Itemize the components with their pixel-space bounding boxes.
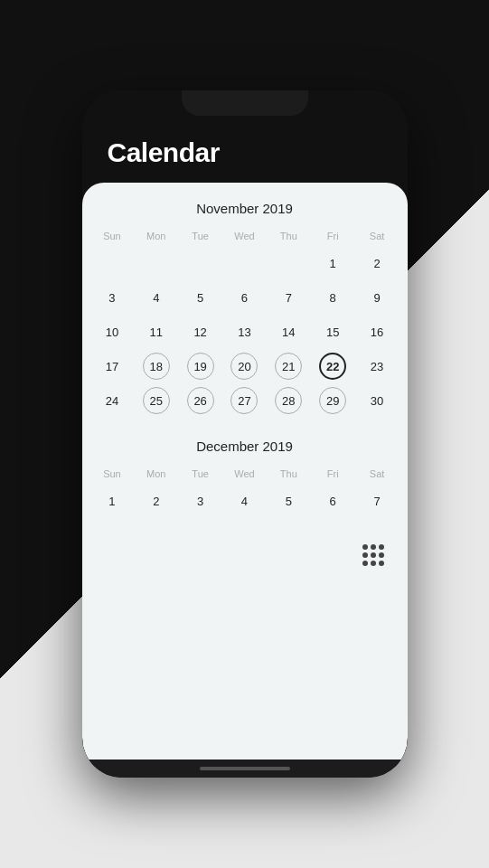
day-cell-14[interactable]: 14 (268, 316, 310, 348)
day-cell-9[interactable]: 9 (356, 281, 399, 314)
dec-day-header-mon: Mon (135, 465, 177, 483)
calendar-card[interactable]: November 2019 Sun Mon Tue Wed Thu Fri Sa… (82, 183, 408, 760)
day-header-sat: Sat (356, 227, 399, 245)
phone-bottom-bar (82, 760, 408, 778)
dot (379, 561, 384, 566)
day-cell-6[interactable]: 6 (223, 281, 266, 314)
day-cell-2[interactable]: 2 (356, 247, 399, 279)
dot (371, 561, 376, 566)
dec-day-cell-4[interactable]: 4 (223, 485, 266, 517)
day-cell-22[interactable]: 22 (312, 350, 354, 382)
day-cell-16[interactable]: 16 (356, 316, 399, 348)
day-cell-26[interactable]: 26 (179, 384, 221, 417)
day-cell-29[interactable]: 29 (312, 384, 354, 417)
day-header-tue: Tue (179, 227, 221, 245)
day-cell-5[interactable]: 5 (179, 281, 221, 314)
phone-screen: Calendar November 2019 Sun Mon Tue Wed T… (82, 90, 408, 778)
day-cell (223, 247, 266, 279)
november-grid: Sun Mon Tue Wed Thu Fri Sat 1 2 (91, 227, 399, 417)
bottom-bar (91, 539, 399, 577)
dot (371, 544, 376, 550)
dot (362, 561, 368, 566)
day-cell-20[interactable]: 20 (223, 350, 266, 382)
day-cell-15[interactable]: 15 (312, 316, 354, 348)
day-cell-7[interactable]: 7 (268, 281, 310, 314)
day-header-sun: Sun (91, 227, 134, 245)
dec-day-header-wed: Wed (223, 465, 266, 483)
dec-day-cell-6[interactable]: 6 (312, 485, 354, 517)
day-cell-25[interactable]: 25 (135, 384, 177, 417)
day-cell-21[interactable]: 21 (268, 350, 310, 382)
day-cell (179, 247, 221, 279)
dot (379, 552, 384, 558)
day-cell-1[interactable]: 1 (312, 247, 354, 279)
november-section: November 2019 Sun Mon Tue Wed Thu Fri Sa… (91, 201, 399, 417)
dot (371, 552, 376, 558)
dec-day-header-thu: Thu (268, 465, 310, 483)
phone-frame: Calendar November 2019 Sun Mon Tue Wed T… (82, 90, 408, 778)
dec-day-header-sat: Sat (356, 465, 399, 483)
dec-day-cell-1[interactable]: 1 (91, 485, 134, 517)
day-cell-13[interactable]: 13 (223, 316, 266, 348)
dot (362, 544, 368, 550)
day-header-wed: Wed (223, 227, 266, 245)
day-cell-17[interactable]: 17 (91, 350, 134, 382)
day-cell (91, 247, 134, 279)
day-header-thu: Thu (268, 227, 310, 245)
day-cell-27[interactable]: 27 (223, 384, 266, 417)
day-cell-4[interactable]: 4 (135, 281, 177, 314)
day-cell-12[interactable]: 12 (179, 316, 221, 348)
day-cell-23[interactable]: 23 (356, 350, 399, 382)
day-cell-3[interactable]: 3 (91, 281, 134, 314)
phone-notch (182, 90, 308, 116)
day-cell (135, 247, 177, 279)
app-title: Calendar (108, 137, 382, 168)
dec-day-header-fri: Fri (312, 465, 354, 483)
day-cell (268, 247, 310, 279)
day-header-mon: Mon (135, 227, 177, 245)
day-cell-18[interactable]: 18 (135, 350, 177, 382)
dec-day-cell-2[interactable]: 2 (135, 485, 177, 517)
day-cell-8[interactable]: 8 (312, 281, 354, 314)
day-cell-30[interactable]: 30 (356, 384, 399, 417)
dec-day-cell-7[interactable]: 7 (356, 485, 399, 517)
december-title: December 2019 (91, 439, 399, 454)
december-grid: Sun Mon Tue Wed Thu Fri Sat 1 2 3 4 5 6 … (91, 465, 399, 517)
day-header-fri: Fri (312, 227, 354, 245)
day-cell-19[interactable]: 19 (179, 350, 221, 382)
home-indicator (200, 767, 290, 770)
day-cell-28[interactable]: 28 (268, 384, 310, 417)
dot (362, 552, 368, 558)
dec-day-header-tue: Tue (179, 465, 221, 483)
day-cell-24[interactable]: 24 (91, 384, 134, 417)
day-cell-10[interactable]: 10 (91, 316, 134, 348)
grid-dots-icon[interactable] (362, 544, 384, 566)
dec-day-header-sun: Sun (91, 465, 134, 483)
dec-day-cell-3[interactable]: 3 (179, 485, 221, 517)
november-title: November 2019 (91, 201, 399, 216)
day-cell-11[interactable]: 11 (135, 316, 177, 348)
december-section: December 2019 Sun Mon Tue Wed Thu Fri Sa… (91, 439, 399, 517)
dec-day-cell-5[interactable]: 5 (268, 485, 310, 517)
dot (379, 544, 384, 550)
